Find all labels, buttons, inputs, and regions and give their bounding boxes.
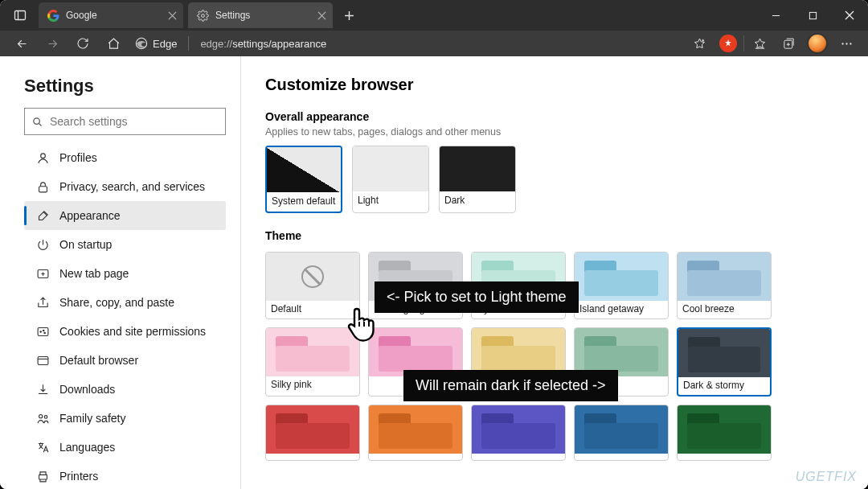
titlebar: Google Settings xyxy=(0,0,868,31)
svg-rect-12 xyxy=(38,327,48,335)
site-identity-label: Edge xyxy=(153,38,177,50)
sidebar-item-printers[interactable]: Printers xyxy=(24,462,226,489)
theme-theme-10[interactable] xyxy=(265,405,360,461)
theme-theme-14[interactable] xyxy=(677,405,772,461)
settings-sidebar: Settings ProfilesPrivacy, search, and se… xyxy=(0,56,241,489)
svg-point-9 xyxy=(40,153,45,158)
svg-point-13 xyxy=(39,331,40,331)
settings-title: Settings xyxy=(24,76,226,97)
more-button[interactable] xyxy=(833,31,860,56)
divider xyxy=(188,36,189,51)
collections-button[interactable] xyxy=(775,31,802,56)
svg-point-6 xyxy=(845,43,847,44)
theme-theme-11[interactable] xyxy=(368,405,463,461)
theme-swatch xyxy=(678,405,771,454)
svg-rect-19 xyxy=(39,475,47,479)
close-icon[interactable] xyxy=(317,11,326,20)
sidebar-item-default-browser[interactable]: Default browser xyxy=(24,346,226,375)
theme-theme-12[interactable] xyxy=(471,405,566,461)
sidebar-item-family-safety[interactable]: Family safety xyxy=(24,404,226,433)
browser-icon xyxy=(35,353,50,368)
appearance-option-dark[interactable]: Dark xyxy=(439,146,516,213)
lock-icon xyxy=(35,179,50,194)
theme-title: Theme xyxy=(265,229,844,242)
theme-label: Island getaway xyxy=(575,301,668,318)
svg-point-17 xyxy=(39,414,42,417)
favorite-button[interactable] xyxy=(686,31,713,56)
site-identity[interactable]: Edge xyxy=(135,37,177,50)
sidebar-item-label: New tab page xyxy=(59,267,129,280)
theme-swatch xyxy=(575,405,668,454)
sidebar-item-appearance[interactable]: Appearance xyxy=(24,201,226,230)
sidebar-item-label: Family safety xyxy=(59,412,125,425)
new-tab-button[interactable] xyxy=(336,2,362,28)
theme-theme-13[interactable] xyxy=(574,405,669,461)
theme-swatch xyxy=(575,253,668,301)
sidebar-item-languages[interactable]: Languages xyxy=(24,433,226,462)
sidebar-item-profiles[interactable]: Profiles xyxy=(24,143,226,172)
sidebar-item-label: Cookies and site permissions xyxy=(59,325,206,338)
back-button[interactable] xyxy=(8,31,35,56)
svg-point-15 xyxy=(43,332,44,333)
theme-swatch xyxy=(472,328,565,376)
tab-settings[interactable]: Settings xyxy=(188,2,333,28)
annotation-dark-tip: Will remain dark if selected -> xyxy=(403,370,618,401)
theme-swatch xyxy=(678,329,770,377)
printer-icon xyxy=(35,469,50,483)
svg-point-7 xyxy=(850,43,851,44)
theme-cool-breeze[interactable]: Cool breeze xyxy=(677,252,772,319)
appearance-option-label: Dark xyxy=(440,191,515,211)
watermark: UGETFIX xyxy=(796,470,857,484)
settings-nav: ProfilesPrivacy, search, and servicesApp… xyxy=(24,143,226,489)
forward-button[interactable] xyxy=(39,31,66,56)
sidebar-item-cookies-and-site-permissions[interactable]: Cookies and site permissions xyxy=(24,317,226,346)
theme-swatch xyxy=(575,328,668,376)
search-settings-input[interactable] xyxy=(24,108,226,135)
window-maximize-button[interactable] xyxy=(794,0,831,31)
user-icon xyxy=(35,150,50,165)
address-bar[interactable]: Edge edge://settings/appearance xyxy=(135,36,326,51)
appearance-option-label: System default xyxy=(267,192,341,212)
sidebar-item-label: Downloads xyxy=(59,383,115,396)
sidebar-item-label: Profiles xyxy=(59,151,97,164)
toolbar: Edge edge://settings/appearance xyxy=(0,31,868,56)
sidebar-item-new-tab-page[interactable]: New tab page xyxy=(24,259,226,288)
theme-label xyxy=(472,454,565,460)
theme-dark-stormy[interactable]: Dark & stormy xyxy=(677,327,772,397)
theme-island-getaway[interactable]: Island getaway xyxy=(574,252,669,319)
profile-avatar[interactable] xyxy=(807,33,828,54)
svg-point-8 xyxy=(34,117,40,124)
sidebar-item-share-copy-and-paste[interactable]: Share, copy, and paste xyxy=(24,288,226,317)
sidebar-item-label: Privacy, search, and services xyxy=(59,180,205,193)
refresh-button[interactable] xyxy=(69,31,96,56)
theme-swatch xyxy=(678,253,771,301)
sidebar-item-label: Languages xyxy=(59,441,115,454)
shopping-button[interactable] xyxy=(714,31,742,56)
theme-label: Cool breeze xyxy=(678,301,771,318)
theme-swatch xyxy=(369,328,462,376)
sidebar-item-label: Appearance xyxy=(59,209,121,222)
window-close-button[interactable] xyxy=(831,0,868,31)
download-icon xyxy=(35,382,50,397)
theme-swatch xyxy=(266,253,359,301)
home-button[interactable] xyxy=(100,31,127,56)
window-minimize-button[interactable] xyxy=(757,0,794,31)
appearance-swatch xyxy=(353,146,428,191)
tab-actions-icon[interactable] xyxy=(6,2,34,28)
sidebar-item-label: Printers xyxy=(59,470,98,483)
appearance-option-light[interactable]: Light xyxy=(352,146,429,213)
tab-google[interactable]: Google xyxy=(39,2,183,28)
favorites-button[interactable] xyxy=(746,31,773,56)
theme-label xyxy=(575,454,668,460)
search-input-field[interactable] xyxy=(50,115,219,128)
close-icon[interactable] xyxy=(168,11,177,20)
sidebar-item-on-startup[interactable]: On startup xyxy=(24,230,226,259)
theme-swatch xyxy=(266,405,359,454)
sidebar-item-label: Default browser xyxy=(59,354,138,367)
svg-rect-0 xyxy=(15,11,26,20)
google-favicon-icon xyxy=(47,9,59,22)
sidebar-item-privacy-search-and-services[interactable]: Privacy, search, and services xyxy=(24,172,226,201)
sidebar-item-downloads[interactable]: Downloads xyxy=(24,375,226,404)
svg-point-14 xyxy=(43,330,43,331)
appearance-option-default[interactable]: System default xyxy=(265,146,342,213)
